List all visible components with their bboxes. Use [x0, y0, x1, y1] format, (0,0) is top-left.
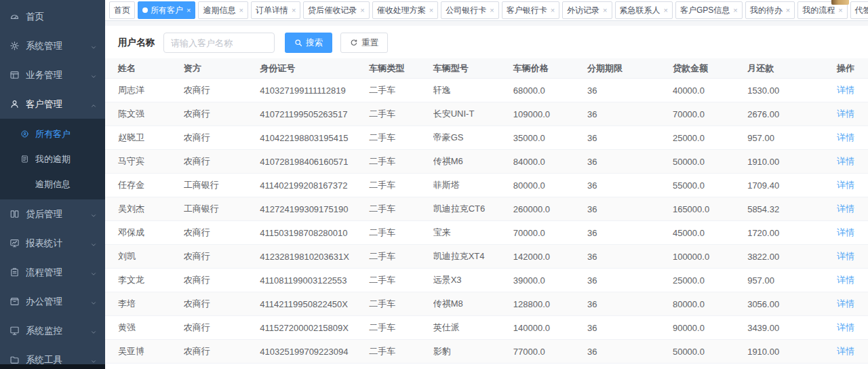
sidebar-item-label: 流程管理 [26, 267, 62, 279]
close-icon[interactable]: × [186, 7, 191, 14]
detail-link[interactable]: 详情 [837, 132, 854, 142]
detail-link[interactable]: 详情 [837, 227, 854, 237]
table-row: 黄强农商行41152720000215809X二手车英仕派140000.0369… [105, 316, 868, 340]
search-button[interactable]: 搜索 [285, 33, 332, 53]
tab-post-loan-collection-records[interactable]: 贷后催收记录× [303, 1, 369, 19]
reset-button[interactable]: 重置 [340, 33, 388, 53]
tab-my-todo[interactable]: 我的待办× [745, 1, 795, 19]
sidebar-item-customer-management[interactable]: 客户管理 [0, 90, 105, 119]
detail-link[interactable]: 详情 [837, 346, 854, 356]
close-icon[interactable]: × [490, 7, 494, 14]
close-icon[interactable]: × [239, 7, 243, 14]
sidebar-item-home[interactable]: 首页 [0, 2, 105, 31]
cell-id-number: 410728198406160571 [260, 150, 369, 174]
tab-overdue-info[interactable]: 逾期信息× [198, 1, 248, 19]
close-icon[interactable]: × [838, 7, 842, 14]
sidebar-item-report-statistics[interactable]: 报表统计 [0, 229, 105, 258]
close-icon[interactable]: × [551, 7, 555, 14]
cell-loan-amount: 45000.0 [673, 221, 747, 245]
close-icon[interactable]: × [733, 7, 737, 14]
tab-visit-records[interactable]: 外访记录× [562, 1, 612, 19]
detail-link[interactable]: 详情 [837, 203, 854, 214]
cell-term: 36 [587, 126, 673, 150]
tab-label: 首页 [114, 5, 130, 16]
close-icon[interactable]: × [664, 7, 668, 14]
search-field-label: 用户名称 [118, 37, 155, 49]
cell-vehicle-price [513, 364, 587, 369]
tab-customer-gps-info[interactable]: 客户GPS信息× [675, 1, 743, 19]
detail-link[interactable]: 详情 [837, 275, 854, 285]
cell-name: 赵晓卫 [105, 126, 184, 150]
detail-link[interactable]: 详情 [837, 85, 854, 95]
tab-collection-handling-plan[interactable]: 催收处理方案× [372, 1, 438, 19]
tab-customer-bank-card[interactable]: 客户银行卡× [502, 1, 559, 19]
cell-funder: 农商行 [184, 316, 260, 340]
tab-company-bank-card[interactable]: 公司银行卡× [441, 1, 498, 19]
cell-monthly-payment: 5854.32 [747, 197, 811, 221]
tab-emergency-contacts[interactable]: 紧急联系人× [615, 1, 673, 19]
sidebar-item-overdue-info[interactable]: 逾期信息 [0, 172, 105, 197]
column-header: 车辆类型 [369, 58, 433, 79]
cell-loan-amount: 100000.0 [673, 245, 747, 269]
cell-vehicle-model: 传祺M6 [433, 150, 513, 174]
sidebar-item-process-management[interactable]: 流程管理 [0, 258, 105, 287]
cell-name: 吴亚博 [105, 340, 184, 364]
cell-term: 36 [587, 174, 673, 197]
table-row: 李文龙农商行411081199003122553二手车远景X339000.036… [105, 269, 868, 292]
cell-term: 36 [587, 245, 673, 269]
sidebar-item-system-monitor[interactable]: 系统监控 [0, 316, 105, 345]
table-row: 王银伟农商行二手车详情 [105, 364, 868, 369]
cell-vehicle-price: 68000.0 [513, 79, 587, 102]
sidebar-item-business-management[interactable]: 业务管理 [0, 60, 105, 90]
chevron-up-icon [90, 101, 97, 108]
detail-link[interactable]: 详情 [837, 109, 854, 119]
table-row: 任存金工商银行411402199208167372二手车菲斯塔80000.036… [105, 174, 868, 197]
close-icon[interactable]: × [429, 7, 433, 14]
cell-funder: 农商行 [184, 364, 260, 369]
cell-loan-amount: 25000.0 [673, 269, 747, 292]
cell-action: 详情 [812, 102, 868, 126]
cell-loan-amount: 70000.0 [673, 102, 747, 126]
cell-vehicle-model: 影豹 [433, 340, 513, 364]
column-header: 身份证号 [260, 58, 369, 79]
cell-name: 周志洋 [105, 79, 184, 102]
sidebar-item-office-management[interactable]: 办公管理 [0, 287, 105, 316]
cell-vehicle-model: 菲斯塔 [433, 174, 513, 197]
detail-link[interactable]: 详情 [837, 180, 854, 190]
close-icon[interactable]: × [786, 7, 790, 14]
detail-link[interactable]: 详情 [837, 322, 854, 332]
close-icon[interactable]: × [292, 7, 296, 14]
customer-name-input[interactable] [163, 33, 275, 53]
sidebar-item-label: 报表统计 [26, 237, 62, 250]
detail-link[interactable]: 详情 [837, 156, 854, 166]
sidebar-item-label: 系统管理 [26, 40, 62, 52]
cell-vehicle-model: 英仕派 [433, 316, 513, 340]
cell-funder: 农商行 [184, 150, 260, 174]
process-flow-icon [9, 267, 20, 277]
chevron-down-icon [90, 269, 97, 276]
sidebar-item-all-customers[interactable]: 所有客户 [0, 121, 105, 147]
close-icon[interactable]: × [360, 7, 364, 14]
tab-order-detail[interactable]: 订单详情× [251, 1, 300, 19]
detail-link[interactable]: 详情 [837, 251, 854, 261]
tab-delegate-sign-tasks[interactable]: 代签任务× [850, 1, 868, 19]
cell-vehicle-model [433, 364, 513, 369]
tab-home[interactable]: 首页 [109, 1, 135, 19]
chevron-down-icon [90, 357, 97, 364]
sidebar-item-post-loan-management[interactable]: 贷后管理 [0, 199, 105, 229]
sidebar-item-my-overdue[interactable]: 我的逾期 [0, 147, 105, 172]
cell-id-number [260, 364, 369, 369]
close-icon[interactable]: × [603, 7, 607, 14]
cell-id-number: 410721199505263517 [260, 102, 369, 126]
cell-funder: 农商行 [184, 245, 260, 269]
column-header: 资方 [184, 58, 260, 79]
avatar[interactable] [831, 0, 849, 5]
tab-all-customers[interactable]: 所有客户× [138, 1, 195, 19]
column-header: 车辆价格 [513, 58, 587, 79]
active-tab-dot [142, 7, 148, 13]
table-body: 周志洋农商行410327199111112819二手车轩逸68000.03640… [105, 79, 868, 369]
cell-term: 36 [587, 150, 673, 174]
sidebar-item-label: 客户管理 [26, 98, 62, 111]
sidebar-item-system-management[interactable]: 系统管理 [0, 31, 105, 60]
detail-link[interactable]: 详情 [837, 298, 854, 309]
